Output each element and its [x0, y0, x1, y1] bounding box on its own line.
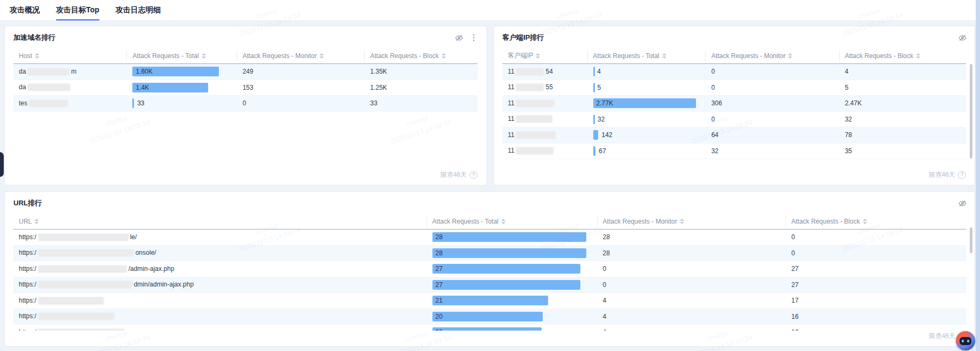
monitor-cell: 0: [598, 265, 786, 273]
url-cell: https:/onsole/: [13, 249, 427, 257]
panel-client-ip-ranking: 客户端IP排行 客户端IP Attack Requests - Total At…: [493, 26, 975, 185]
total-cell: 142: [588, 130, 706, 140]
table-row: https:/dmin/admin-ajax.php 27 0 27: [13, 277, 966, 293]
tab-label: 攻击目标Top: [56, 5, 100, 15]
more-options-icon[interactable]: ⋮: [469, 33, 479, 42]
table-row: dam 1.60K 249 1.35K: [13, 64, 478, 80]
block-cell: 17: [786, 297, 966, 304]
redacted-text: [27, 68, 69, 76]
hide-eye-icon[interactable]: [957, 33, 967, 42]
block-cell: 16: [786, 313, 966, 320]
client-ip-cell: 11: [502, 115, 588, 123]
total-bar: [593, 130, 599, 140]
total-cell: 2.77K: [588, 98, 706, 108]
sort-icon: [536, 53, 540, 59]
total-cell: 20: [427, 312, 598, 321]
table-row: https://admin-ajax.php 27 0 27: [13, 261, 966, 277]
sort-icon: [501, 219, 506, 224]
help-icon[interactable]: ?: [470, 171, 478, 179]
client-ip-cell: 1154: [502, 68, 588, 76]
total-cell: 4: [588, 67, 706, 76]
redacted-text: [38, 265, 127, 273]
column-header-url[interactable]: URL: [13, 216, 427, 227]
table-row: 11 142 64 78: [502, 127, 966, 144]
table-row: https:/ 21 4 17: [13, 293, 966, 309]
monitor-cell: 249: [237, 68, 365, 75]
total-bar: [432, 264, 581, 274]
tab[interactable]: 攻击目标Top: [56, 0, 100, 20]
total-cell: 32: [588, 114, 706, 124]
total-bar: [432, 280, 581, 290]
table-row: da 1.4K 153 1.25K: [13, 80, 478, 96]
column-header-client-ip[interactable]: 客户端IP: [502, 51, 588, 61]
column-header-monitor[interactable]: Attack Requests - Monitor: [598, 216, 786, 227]
redacted-text: [516, 115, 552, 123]
block-cell: 27: [786, 265, 966, 273]
block-cell: 1.35K: [365, 68, 478, 75]
sort-icon: [34, 219, 39, 224]
sort-icon: [662, 53, 666, 59]
tab-label: 攻击日志明细: [116, 5, 161, 15]
block-cell: 32: [840, 116, 966, 123]
sort-icon: [319, 53, 324, 59]
host-cell: tes: [13, 99, 127, 108]
column-header-block[interactable]: Attack Requests - Block: [786, 216, 966, 227]
panel-header: URL排行: [5, 192, 975, 208]
monitor-cell: 4: [598, 297, 786, 304]
redacted-text: [516, 131, 556, 139]
total-bar: [432, 296, 548, 305]
total-bar: [432, 248, 586, 258]
sidebar-collapse-handle[interactable]: [0, 152, 4, 177]
block-cell: 5: [840, 84, 966, 91]
block-cell: 2.47K: [840, 99, 966, 107]
total-cell: 1.4K: [127, 83, 237, 92]
panel-scrollbar[interactable]: [970, 227, 972, 253]
table-row: tes 33 0 33: [13, 96, 478, 112]
query-limit-note: 限查46天 ?: [441, 170, 478, 180]
tab[interactable]: 攻击日志明细: [116, 0, 161, 20]
assistant-avatar[interactable]: [956, 331, 975, 350]
url-cell: https:/: [13, 328, 427, 331]
column-header-monitor[interactable]: Attack Requests - Monitor: [706, 51, 839, 61]
column-header-total[interactable]: Attack Requests - Total: [127, 51, 237, 61]
redacted-text: [516, 83, 544, 91]
block-cell: 16: [786, 328, 966, 331]
total-cell: 33: [127, 98, 237, 108]
tab[interactable]: 攻击概况: [10, 0, 40, 20]
block-cell: 0: [786, 233, 966, 241]
column-header-block[interactable]: Attack Requests - Block: [840, 51, 966, 61]
sort-icon: [916, 53, 920, 59]
table-body: dam 1.60K 249 1.35K da 1.4K 153 1.25K te…: [13, 64, 478, 112]
block-cell: 78: [840, 131, 966, 139]
monitor-cell: 4: [598, 328, 786, 331]
hide-eye-icon[interactable]: [454, 33, 464, 42]
redacted-text: [29, 99, 68, 108]
total-bar: [432, 232, 586, 242]
client-ip-cell: 11: [502, 99, 588, 108]
tab-label: 攻击概况: [10, 5, 40, 15]
panel-scrollbar[interactable]: [970, 64, 972, 159]
column-header-monitor[interactable]: Attack Requests - Monitor: [237, 51, 365, 61]
monitor-cell: 0: [706, 116, 839, 123]
panel-title: 加速域名排行: [13, 33, 55, 42]
table-header: Host Attack Requests - Total Attack Requ…: [13, 48, 478, 64]
sort-icon: [788, 53, 792, 59]
column-header-host[interactable]: Host: [13, 51, 127, 61]
panel-url-ranking: URL排行 URL Attack Requests - Total Attack…: [4, 191, 975, 347]
column-header-total[interactable]: Attack Requests - Total: [588, 51, 706, 61]
panel-header: 加速域名排行 ⋮: [5, 26, 486, 42]
panel-domain-ranking: 加速域名排行 ⋮ Host Attack Requests - Total At…: [4, 26, 487, 185]
help-icon[interactable]: ?: [958, 171, 966, 179]
total-cell: 27: [427, 264, 598, 274]
block-cell: 1.25K: [365, 84, 478, 91]
total-cell: 67: [588, 146, 706, 156]
total-cell: 1.60K: [127, 67, 237, 76]
table-row: https:/ 20 4 16: [13, 309, 966, 325]
page-scrollbar-track[interactable]: [976, 0, 980, 351]
column-header-total[interactable]: Attack Requests - Total: [427, 216, 598, 227]
redacted-text: [38, 249, 134, 257]
redacted-text: [38, 281, 132, 289]
hide-eye-icon[interactable]: [957, 198, 967, 208]
column-header-block[interactable]: Attack Requests - Block: [365, 51, 478, 61]
sort-icon: [863, 219, 867, 224]
